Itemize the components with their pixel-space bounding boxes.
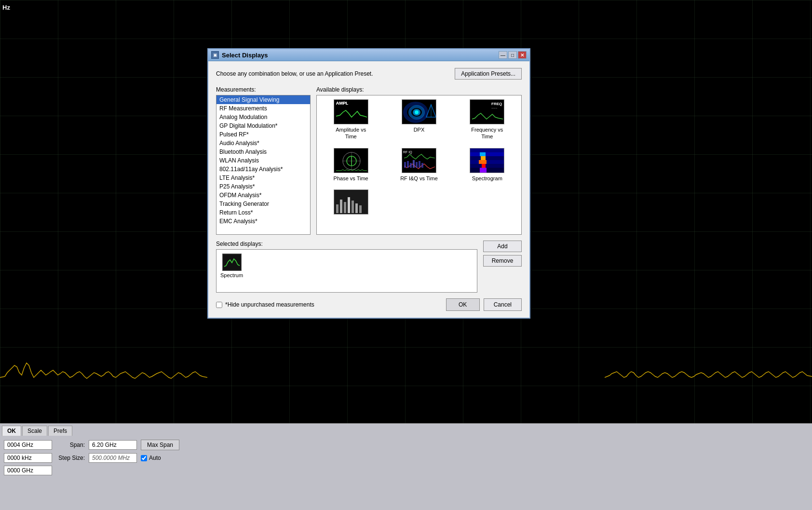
svg-rect-27 [470, 152, 504, 156]
measurement-tracking[interactable]: Tracking Generator [217, 200, 310, 208]
display-thumb-ampl: AMPL [334, 99, 368, 124]
display-dpx[interactable]: DPX [389, 99, 449, 140]
display-name-phase: Phase vs Time [334, 175, 368, 182]
measurement-bluetooth[interactable]: Bluetooth Analysis [217, 148, 310, 156]
measurement-pulsed[interactable]: Pulsed RF* [217, 130, 310, 139]
select-displays-dialog: ▣ Select Displays — □ ✕ Choose any combi… [207, 48, 530, 319]
svg-rect-28 [480, 152, 486, 156]
dialog-bottom: *Hide unpurchased measurements OK Cancel [216, 298, 522, 311]
svg-rect-36 [480, 168, 487, 173]
dialog-titlebar: ▣ Select Displays — □ ✕ [208, 49, 529, 61]
selected-area: Spectrum [216, 249, 477, 293]
svg-rect-19 [407, 161, 409, 168]
selected-panel: Selected displays: Spectrum [216, 241, 477, 293]
start-freq-value: 0000 GHz [4, 466, 52, 475]
selected-buttons: Add Remove [483, 241, 522, 293]
svg-rect-33 [470, 164, 504, 168]
span-value: 6.20 GHz [89, 440, 137, 450]
svg-rect-26 [470, 148, 504, 152]
measurement-rf[interactable]: RF Measurements [217, 104, 310, 113]
signal-waveform-left [0, 339, 207, 416]
auto-check[interactable]: Auto [141, 455, 161, 461]
dialog-body: Choose any combination below, or use an … [208, 61, 529, 318]
ok-button[interactable]: OK [446, 298, 480, 311]
svg-rect-34 [482, 164, 486, 168]
application-presets-button[interactable]: Application Presets... [455, 68, 522, 80]
display-spectrogram[interactable]: Spectrogram [457, 148, 517, 182]
svg-rect-43 [355, 203, 358, 213]
svg-text:FREQ: FREQ [491, 102, 502, 106]
tab-scale[interactable]: Scale [22, 426, 47, 436]
svg-rect-24 [421, 163, 423, 168]
measurement-analog[interactable]: Analog Modulation [217, 113, 310, 121]
cancel-button[interactable]: Cancel [484, 298, 522, 311]
selected-spectrum-item: Spectrum [220, 254, 243, 278]
svg-rect-35 [470, 168, 504, 173]
display-thumb-rfiq: RF IQ [402, 148, 436, 173]
measurement-return[interactable]: Return Loss* [217, 208, 310, 217]
display-name-ampl: Amplitude vsTime [336, 126, 366, 140]
tab-traces[interactable]: OK [2, 426, 21, 436]
auto-label: Auto [149, 455, 161, 461]
field-row-3: 0000 GHz [4, 466, 808, 475]
max-span-button[interactable]: Max Span [141, 440, 179, 450]
dialog-controls: — □ ✕ [499, 51, 527, 59]
measurement-80211ad[interactable]: 802.11ad/11ay Analysis* [217, 165, 310, 174]
svg-rect-40 [344, 202, 346, 213]
measurements-list[interactable]: General Signal Viewing RF Measurements A… [216, 95, 311, 235]
maximize-button[interactable]: □ [508, 51, 517, 59]
add-button[interactable]: Add [483, 241, 522, 252]
svg-rect-21 [413, 160, 415, 168]
display-thumb-spectrum-small [334, 189, 368, 215]
auto-checkbox[interactable] [141, 455, 147, 461]
close-button[interactable]: ✕ [518, 51, 527, 59]
display-rfiq[interactable]: RF IQ [389, 148, 449, 182]
display-phase[interactable]: Phase vs Time [321, 148, 381, 182]
measurement-ofdm[interactable]: OFDM Analysis* [217, 191, 310, 200]
display-amplitude[interactable]: AMPL Amplitude vsTime [321, 99, 381, 140]
step-label: Step Size: [56, 455, 85, 461]
display-freq[interactable]: FREQ ~~~ Frequency vsTime [457, 99, 517, 140]
svg-rect-20 [410, 163, 412, 168]
svg-rect-30 [481, 156, 486, 160]
dialog-icon: ▣ [211, 51, 219, 59]
dialog-main: Measurements: General Signal Viewing RF … [216, 86, 522, 235]
svg-text:RF IQ: RF IQ [403, 150, 412, 154]
tabs-row: OK Scale Prefs [0, 424, 812, 436]
svg-rect-29 [470, 156, 504, 160]
field-row-2: 0000 kHz Step Size: 500.0000 MHz Auto [4, 453, 808, 463]
measurement-general[interactable]: General Signal Viewing [217, 95, 310, 104]
displays-grid-container[interactable]: AMPL Amplitude vsTime [316, 95, 522, 235]
svg-point-4 [415, 110, 419, 114]
svg-rect-39 [340, 200, 342, 213]
span-label: Span: [56, 442, 85, 448]
measurement-emc[interactable]: EMC Analysis* [217, 217, 310, 226]
display-name-freq: Frequency vsTime [471, 126, 503, 140]
display-spectrum-small[interactable] [321, 189, 381, 216]
measurement-p25[interactable]: P25 Analysis* [217, 182, 310, 191]
selected-spectrum-thumb [222, 254, 242, 271]
center-freq-value: 0004 GHz [4, 440, 52, 450]
dialog-description: Choose any combination below, or use an … [216, 70, 373, 77]
step-value: 500.0000 MHz [89, 453, 137, 463]
measurement-gp[interactable]: GP Digital Modulation* [217, 121, 310, 130]
display-name-rfiq: RF I&Q vs Time [400, 175, 438, 182]
svg-rect-23 [419, 161, 420, 168]
hide-unpurchased-check[interactable]: *Hide unpurchased measurements [216, 301, 314, 308]
tab-prefs[interactable]: Prefs [48, 426, 72, 436]
svg-rect-38 [336, 204, 338, 213]
hide-checkbox[interactable] [216, 302, 222, 308]
display-name-spectro: Spectrogram [472, 175, 502, 182]
display-name-dpx: DPX [414, 126, 425, 133]
remove-button[interactable]: Remove [483, 255, 522, 267]
minimize-button[interactable]: — [499, 51, 507, 59]
measurement-wlan[interactable]: WLAN Analysis [217, 156, 310, 165]
rbw-value: 0000 kHz [4, 453, 52, 463]
field-row-1: 0004 GHz Span: 6.20 GHz Max Span [4, 440, 808, 450]
measurement-lte[interactable]: LTE Analysis* [217, 174, 310, 182]
dialog-top-row: Choose any combination below, or use an … [216, 68, 522, 80]
displays-grid: AMPL Amplitude vsTime [321, 99, 517, 216]
selected-label: Selected displays: [216, 241, 477, 247]
measurement-audio[interactable]: Audio Analysis* [217, 139, 310, 148]
display-thumb-freq: FREQ ~~~ [470, 99, 504, 124]
